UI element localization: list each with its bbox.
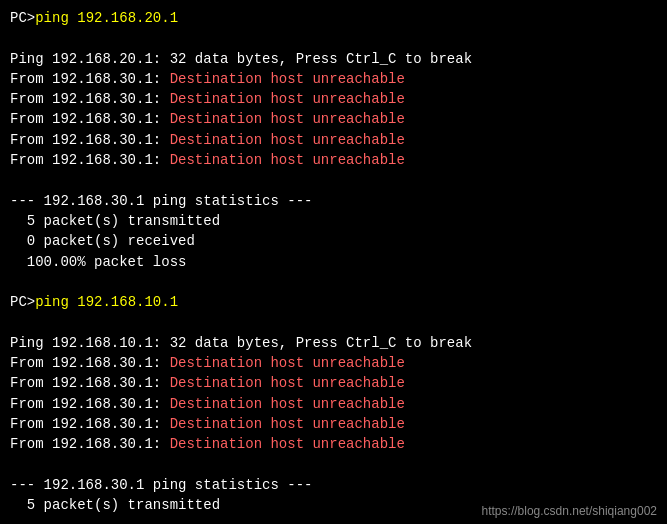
dest-unreachable-1: Destination host unreachable: [170, 71, 405, 87]
terminal-window: PC>ping 192.168.20.1 Ping 192.168.20.1: …: [0, 0, 667, 523]
line-11: 5 packet(s) transmitted: [10, 211, 657, 231]
dest-unreachable-9: Destination host unreachable: [170, 416, 405, 432]
line-15: PC>ping 192.168.10.1: [10, 292, 657, 312]
line-13: 100.00% packet loss: [10, 252, 657, 272]
line-7: From 192.168.30.1: Destination host unre…: [10, 130, 657, 150]
cmd-1: ping 192.168.20.1: [35, 10, 178, 26]
dest-unreachable-4: Destination host unreachable: [170, 132, 405, 148]
dest-unreachable-3: Destination host unreachable: [170, 111, 405, 127]
line-18: From 192.168.30.1: Destination host unre…: [10, 353, 657, 373]
prompt-2: PC>: [10, 294, 35, 310]
line-21: From 192.168.30.1: Destination host unre…: [10, 414, 657, 434]
line-3: Ping 192.168.20.1: 32 data bytes, Press …: [10, 49, 657, 69]
line-1: PC>ping 192.168.20.1: [10, 8, 657, 28]
dest-unreachable-10: Destination host unreachable: [170, 436, 405, 452]
line-8: From 192.168.30.1: Destination host unre…: [10, 150, 657, 170]
line-19: From 192.168.30.1: Destination host unre…: [10, 373, 657, 393]
line-12: 0 packet(s) received: [10, 231, 657, 251]
dest-unreachable-8: Destination host unreachable: [170, 396, 405, 412]
line-16: [10, 312, 657, 332]
line-14: [10, 272, 657, 292]
watermark: https://blog.csdn.net/shiqiang002: [482, 504, 657, 518]
line-17: Ping 192.168.10.1: 32 data bytes, Press …: [10, 333, 657, 353]
line-6: From 192.168.30.1: Destination host unre…: [10, 109, 657, 129]
line-5: From 192.168.30.1: Destination host unre…: [10, 89, 657, 109]
dest-unreachable-6: Destination host unreachable: [170, 355, 405, 371]
dest-unreachable-7: Destination host unreachable: [170, 375, 405, 391]
line-22: From 192.168.30.1: Destination host unre…: [10, 434, 657, 454]
line-2: [10, 28, 657, 48]
line-4: From 192.168.30.1: Destination host unre…: [10, 69, 657, 89]
line-9: [10, 170, 657, 190]
line-10: --- 192.168.30.1 ping statistics ---: [10, 191, 657, 211]
line-23: [10, 455, 657, 475]
dest-unreachable-5: Destination host unreachable: [170, 152, 405, 168]
dest-unreachable-2: Destination host unreachable: [170, 91, 405, 107]
line-20: From 192.168.30.1: Destination host unre…: [10, 394, 657, 414]
cmd-2: ping 192.168.10.1: [35, 294, 178, 310]
line-24: --- 192.168.30.1 ping statistics ---: [10, 475, 657, 495]
prompt-1: PC>: [10, 10, 35, 26]
